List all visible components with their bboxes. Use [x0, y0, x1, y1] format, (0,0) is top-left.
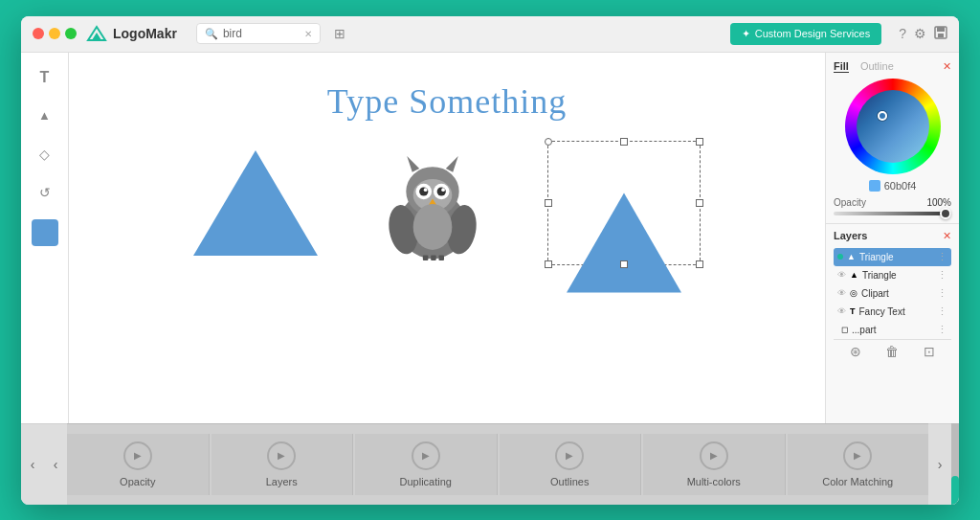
layer-type-icon: ◎ [850, 288, 858, 298]
opacity-row: Opacity 100% [834, 197, 951, 208]
layer-name: ...part [852, 325, 933, 335]
layer-item-clipart[interactable]: 👁 ◎ Clipart ⋮ [834, 284, 951, 303]
svg-point-19 [413, 203, 453, 249]
resize-handle-tm[interactable] [620, 138, 628, 146]
opacity-thumb[interactable] [940, 208, 951, 219]
layer-item-fancy-text[interactable]: 👁 T Fancy Text ⋮ [834, 303, 951, 321]
play-icon[interactable]: ▶ [700, 441, 728, 470]
tutorial-opacity[interactable]: ▶ Opacity [67, 434, 210, 495]
resize-handle-tr[interactable] [696, 138, 703, 146]
layer-menu-icon[interactable]: ⋮ [937, 269, 947, 282]
fill-tab[interactable]: Fill [834, 60, 849, 73]
tutorial-label: Color Matching [822, 476, 893, 487]
tutorial-outlines[interactable]: ▶ Outlines [500, 434, 642, 495]
resize-handle-mr[interactable] [696, 199, 703, 207]
scrollbar-thumb [951, 476, 959, 505]
color-swatch[interactable] [32, 219, 58, 246]
svg-point-13 [437, 187, 446, 195]
layers-header: Layers ✕ [834, 230, 951, 242]
layer-menu-icon[interactable]: ⋮ [937, 324, 947, 336]
fill-outline-tabs: Fill Outline [834, 60, 894, 73]
save-icon[interactable] [934, 26, 947, 42]
resize-handle-br[interactable] [696, 260, 703, 268]
resize-handle-ml[interactable] [545, 199, 552, 207]
app-window: LogoMakr 🔍 ✕ ⊞ ✦ Custom Design Services … [21, 16, 959, 505]
traffic-lights [33, 28, 77, 39]
wand-icon: ✦ [742, 28, 750, 40]
help-icon[interactable]: ? [899, 26, 906, 41]
logo-icon [86, 23, 107, 44]
layer-item-triangle-2[interactable]: 👁 ▲ Triangle ⋮ [834, 266, 951, 284]
text-tool[interactable]: T [30, 62, 60, 93]
color-panel-close[interactable]: ✕ [943, 60, 951, 73]
settings-icon[interactable]: ⚙ [914, 26, 926, 41]
play-icon[interactable]: ▶ [412, 441, 440, 470]
triangle-shape-2-selected[interactable] [547, 141, 701, 265]
layer-eye-icon: 👁 [837, 288, 846, 298]
layers-close[interactable]: ✕ [943, 230, 951, 242]
svg-point-14 [424, 188, 428, 192]
layer-menu-icon[interactable]: ⋮ [937, 305, 947, 318]
resize-handle-bl[interactable] [545, 260, 552, 268]
play-icon[interactable]: ▶ [267, 441, 296, 470]
layer-delete-icon[interactable]: 🗑 [885, 344, 899, 359]
resize-handle-bm[interactable] [620, 260, 628, 268]
outline-tab[interactable]: Outline [860, 60, 894, 73]
bottom-tutorials-bar: ‹ ‹ ▶ Opacity ▶ Layers ▶ Duplicating ▶ O… [21, 423, 959, 505]
left-toolbar: T ▲ ◇ ↺ [21, 53, 69, 423]
canvas-title[interactable]: Type Something [69, 81, 825, 122]
layers-title: Layers [834, 230, 867, 241]
custom-design-button[interactable]: ✦ Custom Design Services [730, 23, 881, 45]
svg-rect-20 [423, 255, 429, 260]
scroll-right-arrow[interactable]: › [928, 423, 951, 505]
maximize-button[interactable] [65, 28, 77, 39]
close-button[interactable] [33, 28, 44, 39]
bottom-scrollbar[interactable] [951, 423, 959, 505]
triangle-tool[interactable]: ▲ [30, 101, 60, 131]
opacity-slider[interactable] [834, 212, 951, 215]
main-area: T ▲ ◇ ↺ Type Something [21, 53, 959, 423]
layer-item-part[interactable]: ◻ ...part ⋮ [834, 321, 951, 339]
svg-rect-4 [938, 34, 944, 37]
opacity-value: 100% [926, 197, 951, 208]
color-hex-value[interactable]: 60b0f4 [884, 180, 917, 192]
undo-tool[interactable]: ↺ [30, 177, 60, 208]
shape-tool[interactable]: ◇ [30, 139, 60, 170]
custom-design-label: Custom Design Services [755, 28, 870, 39]
app-name: LogoMakr [113, 26, 177, 41]
layer-type-icon: ◻ [841, 325, 848, 334]
play-icon[interactable]: ▶ [555, 441, 584, 470]
layer-name: Triangle [859, 252, 933, 262]
color-wheel[interactable] [845, 79, 941, 174]
resize-handle-tl[interactable] [545, 138, 552, 146]
color-wheel-container[interactable] [845, 79, 941, 174]
play-icon[interactable]: ▶ [123, 441, 152, 470]
tutorial-layers[interactable]: ▶ Layers [212, 434, 354, 495]
play-icon[interactable]: ▶ [843, 441, 872, 470]
layers-panel: Layers ✕ ▲ Triangle ⋮ 👁 ▲ Triangle ⋮ [826, 224, 959, 423]
layer-stack-icon[interactable]: ⊛ [850, 344, 861, 359]
color-picker-dot[interactable] [878, 111, 887, 121]
search-bar[interactable]: 🔍 ✕ [196, 23, 321, 44]
layer-item-triangle-selected[interactable]: ▲ Triangle ⋮ [834, 248, 951, 266]
logo-area: LogoMakr [86, 23, 177, 44]
layer-crop-icon[interactable]: ⊡ [924, 344, 935, 359]
layer-menu-icon[interactable]: ⋮ [937, 251, 947, 263]
minimize-button[interactable] [49, 28, 60, 39]
owl-clipart[interactable] [375, 141, 490, 265]
color-hex-row: 60b0f4 [834, 180, 951, 192]
tutorial-colormatching[interactable]: ▶ Color Matching [788, 434, 929, 495]
svg-point-15 [441, 188, 445, 192]
canvas-shapes [69, 141, 825, 265]
grid-icon[interactable]: ⊞ [334, 26, 345, 41]
tutorial-duplicating[interactable]: ▶ Duplicating [355, 434, 498, 495]
search-input[interactable] [223, 27, 300, 40]
scroll-left-arrow-2[interactable]: ‹ [44, 423, 67, 505]
tutorial-multicolors[interactable]: ▶ Multi-colors [643, 434, 786, 495]
clear-search-icon[interactable]: ✕ [304, 29, 312, 39]
tutorial-label: Outlines [550, 476, 589, 487]
scroll-left-arrow[interactable]: ‹ [21, 423, 44, 505]
layer-type-icon: ▲ [850, 270, 858, 280]
layer-menu-icon[interactable]: ⋮ [937, 287, 947, 300]
triangle-shape-1[interactable] [193, 150, 318, 256]
